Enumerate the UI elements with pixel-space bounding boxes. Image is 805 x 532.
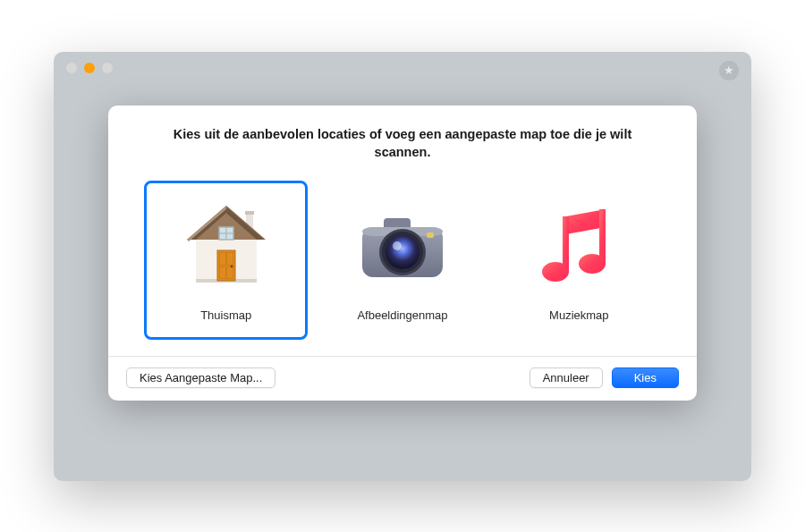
- svg-point-23: [386, 235, 419, 269]
- choose-custom-folder-button[interactable]: Kies Aangepaste Map...: [126, 367, 275, 388]
- option-pictures-folder[interactable]: Afbeeldingenmap: [320, 181, 484, 340]
- svg-point-29: [579, 254, 606, 274]
- camera-icon: [353, 196, 452, 301]
- home-folder-icon: [177, 196, 275, 301]
- svg-point-28: [542, 262, 569, 282]
- option-label-home: Thuismap: [200, 308, 251, 322]
- svg-point-24: [393, 241, 402, 250]
- music-icon: [530, 196, 628, 301]
- svg-rect-26: [563, 216, 569, 272]
- option-label-music: Muziekmap: [549, 308, 608, 322]
- app-window: ★ Kies uit de aanbevolen locaties of voe…: [54, 52, 751, 481]
- option-home-folder[interactable]: Thuismap: [144, 181, 308, 340]
- svg-point-17: [230, 266, 233, 268]
- option-label-pictures: Afbeeldingenmap: [357, 308, 447, 322]
- dialog-sheet: Kies uit de aanbevolen locaties of voeg …: [108, 106, 697, 401]
- dialog-footer: Kies Aangepaste Map... Annuleer Kies: [108, 356, 697, 401]
- svg-rect-25: [427, 232, 434, 238]
- svg-rect-27: [599, 209, 606, 263]
- footer-actions: Annuleer Kies: [530, 367, 679, 388]
- cancel-button[interactable]: Annuleer: [530, 367, 603, 388]
- modal-backdrop: Kies uit de aanbevolen locaties of voeg …: [54, 52, 751, 481]
- choose-button[interactable]: Kies: [612, 367, 679, 388]
- option-music-folder[interactable]: Muziekmap: [497, 181, 661, 340]
- folder-options-row: Thuismap: [108, 175, 697, 356]
- svg-rect-11: [217, 250, 235, 281]
- svg-rect-1: [245, 211, 254, 215]
- dialog-title: Kies uit de aanbevolen locaties of voeg …: [108, 106, 697, 176]
